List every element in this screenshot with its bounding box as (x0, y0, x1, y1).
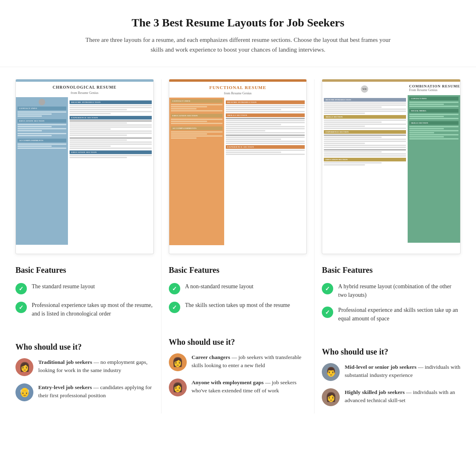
combo-edu-l-label: EDUCATION SECTION (324, 158, 406, 161)
func-skills-label: SKILLS SECTION (226, 113, 305, 117)
who-item-combo-1: 👨 Mid-level or senior job seekers — indi… (322, 363, 461, 381)
combo-right-col: CONTACT INFO SOCIAL MEDIA SKILLS SECTION (408, 95, 460, 243)
resume-thumbnail-functional: FUNCTIONAL RESUME from Resume Genius CON… (169, 79, 307, 254)
avatar-combo-1: 👨 (322, 363, 340, 381)
chrono-contact-label: CONTACT INFO (17, 107, 66, 110)
resume-thumbnail-combination: WR COMBINATION RESUME From Resume Genius… (322, 79, 461, 254)
resume-body-chrono: CONTACT INFO EDUCATION SECTION ACCOMPLIS… (16, 97, 153, 245)
who-text-chrono-2: Entry-level job seekers — candidates app… (38, 383, 154, 400)
chrono-skills-label: ACCOMPLISHMENTS (17, 139, 66, 142)
avatar-chrono-1: 👩 (15, 358, 33, 376)
resume-source-combo: From Resume Genius (409, 88, 460, 92)
check-icon-combo-2: ✓ (322, 307, 333, 318)
feature-text-chrono-2: Professional experience takes up most of… (32, 301, 154, 318)
check-icon-func-1: ✓ (169, 283, 180, 294)
feature-item-combo-1: ✓ A hybrid resume layout (combination of… (322, 282, 461, 299)
chrono-avatar (39, 99, 45, 105)
features-chronological: Basic Features ✓ The standard resume lay… (15, 265, 154, 333)
func-exp-label: EXPERIENCE SECTION (226, 145, 305, 149)
combo-contact-label: CONTACT INFO (409, 97, 459, 100)
func-intro-label: RESUME INTRODUCTION (226, 100, 305, 104)
who-text-chrono-1: Traditional job seekers — no employment … (38, 358, 154, 375)
chrono-right-col: RESUME INTRODUCTION EXPERIENCE SECTION (68, 97, 153, 245)
feature-text-combo-1: A hybrid resume layout (combination of t… (338, 282, 461, 299)
check-icon-chrono-2: ✓ (15, 302, 27, 313)
combo-exp-label: EXPERIENCE SECTION (324, 130, 406, 134)
avatar-chrono-2: 👴 (15, 383, 33, 401)
combo-left-col: RESUME INTRODUCTION SKILLS SECTION (322, 95, 408, 243)
chrono-edu-right-label: EDUCATION SECTION (70, 150, 151, 154)
func-right-col: RESUME INTRODUCTION SKILLS SECTION (224, 98, 307, 245)
features-functional: Basic Features ✓ A non-standard resume l… (169, 265, 307, 328)
func-left-col: CONTACT INFO EDUCATION SECTION ACCOMPLIS… (169, 98, 224, 245)
column-combination: WR COMBINATION RESUME From Resume Genius… (314, 79, 468, 413)
resume-title-chrono: CHRONOLOGICAL RESUME (16, 82, 153, 91)
resume-source-func: from Resume Genius (169, 91, 307, 95)
feature-item-chrono-2: ✓ Professional experience takes up most … (15, 301, 154, 318)
resume-body-func: CONTACT INFO EDUCATION SECTION ACCOMPLIS… (169, 98, 307, 245)
check-icon-chrono-1: ✓ (15, 283, 27, 294)
feature-text-chrono-1: The standard resume layout (32, 282, 95, 291)
who-text-combo-1: Mid-level or senior job seekers — indivi… (345, 363, 461, 380)
feature-item-combo-2: ✓ Professional experience and skills sec… (322, 306, 461, 323)
who-bold-chrono-2: Entry-level job seekers (38, 384, 92, 390)
who-bold-combo-1: Mid-level or senior job seekers (345, 364, 416, 370)
avatar-combo-2: 👩 (322, 388, 340, 406)
who-text-combo-2: Highly skilled job seekers — individuals… (345, 388, 461, 405)
combo-initials: WR (361, 85, 368, 93)
column-chronological: CHRONOLOGICAL RESUME from Resume Genius … (8, 79, 162, 413)
feature-text-func-1: A non-standard resume layout (185, 282, 253, 291)
who-title-func: Who should use it? (169, 337, 307, 347)
func-contact-label: CONTACT INFO (171, 99, 223, 103)
chrono-exp-label: EXPERIENCE SECTION (70, 116, 151, 120)
chrono-edu-label: EDUCATION SECTION (17, 119, 66, 123)
who-text-func-1: Career changers — job seekers with trans… (192, 353, 307, 370)
page-title: The 3 Best Resume Layouts for Job Seeker… (33, 16, 443, 29)
who-item-func-2: 👩 Anyone with employment gaps — job seek… (169, 379, 307, 396)
check-icon-combo-1: ✓ (322, 283, 333, 294)
chrono-intro-label: RESUME INTRODUCTION (70, 100, 151, 104)
func-accomp-label: ACCOMPLISHMENTS (171, 126, 223, 130)
avatar-func-2: 👩 (169, 379, 187, 396)
who-item-func-1: 👩 Career changers — job seekers with tra… (169, 353, 307, 371)
who-item-combo-2: 👩 Highly skilled job seekers — individua… (322, 388, 461, 406)
resume-title-combo: COMBINATION RESUME (409, 84, 460, 88)
who-title-chrono: Who should use it? (15, 342, 154, 352)
resume-thumbnail-chronological: CHRONOLOGICAL RESUME from Resume Genius … (15, 79, 154, 254)
column-functional: FUNCTIONAL RESUME from Resume Genius CON… (162, 79, 315, 413)
feature-item-func-1: ✓ A non-standard resume layout (169, 282, 307, 294)
feature-text-func-2: The skills section takes up most of the … (185, 301, 290, 309)
features-title-combo: Basic Features (322, 265, 461, 275)
check-icon-func-2: ✓ (169, 302, 180, 313)
resume-source-chrono: from Resume Genius (16, 91, 153, 95)
who-item-chrono-2: 👴 Entry-level job seekers — candidates a… (15, 383, 154, 401)
combo-skills-label: SKILLS SECTION (324, 115, 406, 119)
page-description: There are three layouts for a resume, an… (79, 35, 397, 54)
who-bold-func-1: Career changers (192, 354, 230, 360)
who-bold-chrono-1: Traditional job seekers (38, 359, 92, 365)
page-header: The 3 Best Resume Layouts for Job Seeker… (0, 0, 476, 67)
feature-text-combo-2: Professional experience and skills secti… (338, 306, 461, 323)
who-bold-combo-2: Highly skilled job seekers (345, 389, 404, 395)
func-edu-label: EDUCATION SECTION (171, 114, 223, 118)
features-title-chrono: Basic Features (15, 265, 154, 275)
who-title-combo: Who should use it? (322, 347, 461, 357)
who-text-func-2: Anyone with employment gaps — job seeker… (192, 379, 307, 395)
page-wrapper: The 3 Best Resume Layouts for Job Seeker… (0, 0, 476, 413)
avatar-func-1: 👩 (169, 353, 187, 371)
combo-social-label: SOCIAL MEDIA (409, 109, 459, 113)
features-combination: Basic Features ✓ A hybrid resume layout … (322, 265, 461, 337)
who-bold-func-2: Anyone with employment gaps (192, 379, 264, 385)
feature-item-func-2: ✓ The skills section takes up most of th… (169, 301, 307, 313)
resume-body-combo: RESUME INTRODUCTION SKILLS SECTION (322, 95, 460, 243)
who-item-chrono-1: 👩 Traditional job seekers — no employmen… (15, 358, 154, 376)
feature-item-chrono-1: ✓ The standard resume layout (15, 282, 154, 294)
resume-title-func: FUNCTIONAL RESUME (169, 82, 307, 91)
combo-skills-r-label: SKILLS SECTION (409, 121, 459, 125)
features-title-func: Basic Features (169, 265, 307, 275)
main-grid: CHRONOLOGICAL RESUME from Resume Genius … (0, 67, 476, 413)
chrono-left-col: CONTACT INFO EDUCATION SECTION ACCOMPLIS… (16, 97, 68, 245)
combo-intro-label: RESUME INTRODUCTION (324, 98, 406, 102)
